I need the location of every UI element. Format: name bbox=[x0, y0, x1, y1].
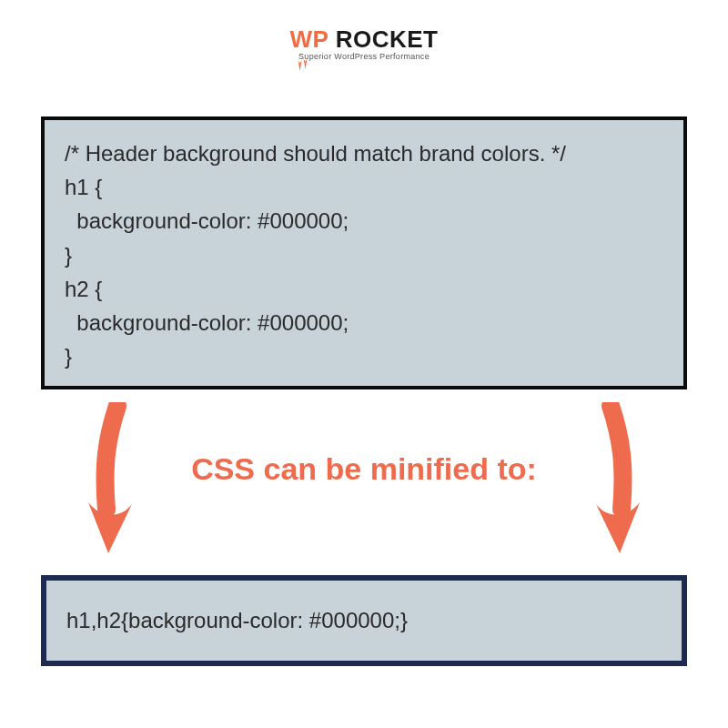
logo-tagline: Superior WordPress Performance bbox=[290, 53, 439, 61]
css-before-box: /* Header background should match brand … bbox=[41, 116, 687, 389]
logo-wp-text: WP bbox=[290, 25, 329, 53]
logo-rocket-text: ROCKET bbox=[329, 25, 439, 53]
wp-rocket-logo: WP ROCKET Superior WordPress Performance bbox=[290, 27, 439, 61]
logo-wordmark: WP ROCKET bbox=[290, 27, 439, 51]
flame-icon bbox=[298, 51, 310, 71]
css-before-code: /* Header background should match brand … bbox=[65, 141, 566, 369]
arrow-down-right-icon bbox=[591, 402, 642, 557]
css-after-code: h1,h2{background-color: #000000;} bbox=[66, 603, 408, 637]
css-after-box: h1,h2{background-color: #000000;} bbox=[41, 575, 687, 666]
